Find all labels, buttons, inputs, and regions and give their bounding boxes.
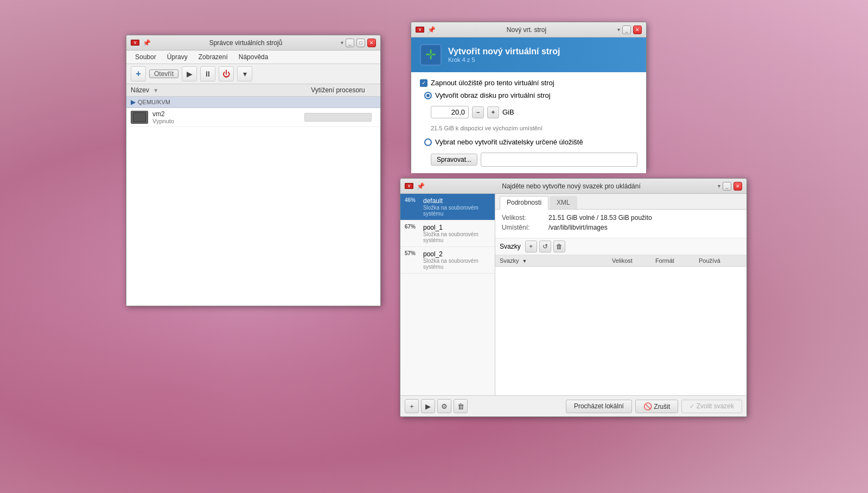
pool-settings-button[interactable]: ⚙ [437, 399, 451, 413]
choose-label: Zvolit svazek [697, 402, 734, 410]
menu-zobrazeni[interactable]: Zobrazení [194, 52, 232, 62]
wizard-title-block: Vytvořit nový virtuální stroj Krok 4 z 5 [448, 47, 560, 63]
unit-label: GiB [502, 108, 514, 116]
wizard-icon: ✛ [420, 44, 442, 66]
wizard-window-title: Nový vrt. stroj [439, 26, 614, 34]
svazky-toolbar: Svazky + ↺ 🗑 [495, 238, 746, 255]
vol-header-used: Používá [699, 257, 742, 264]
disk-size-input[interactable] [431, 106, 469, 118]
storage-options: ✓ Zapnout úložiště pro tento virtuální s… [420, 79, 637, 167]
umisteni-label: Umístění: [502, 224, 545, 231]
pin-icon-wizard: 📌 [427, 26, 436, 34]
delete-pool-button[interactable]: 🗑 [454, 399, 468, 413]
close-button[interactable]: ✕ [367, 39, 376, 47]
vm-list-content: ▶ QEMU/KVM vm2 Vypnuto [126, 97, 380, 306]
vol-header-format: Formát [655, 257, 699, 264]
vol-table-header: Svazky ▼ Velikost Formát Používá [495, 255, 746, 267]
pool2-percent: 57% [405, 250, 420, 256]
toolbar: + Otevřít ▶ ⏸ ⏻ ▾ [126, 64, 380, 84]
pool2-name: pool_2 [423, 250, 490, 258]
play-button[interactable]: ▶ [182, 66, 197, 81]
refresh-volume-button[interactable]: ↺ [539, 241, 551, 252]
maximize-button[interactable]: □ [356, 39, 365, 47]
browse-button[interactable]: Spravovat... [431, 154, 477, 166]
storage-minimize[interactable]: _ [723, 182, 731, 191]
pool1-sub: Složka na souborovém systému [423, 231, 490, 243]
menu-napoveda[interactable]: Nápověda [234, 52, 273, 62]
add-volume-button[interactable]: + [525, 241, 537, 252]
pool-item-default[interactable]: 46% default Složka na souborovém systému [400, 194, 495, 220]
col-name-label: Název ▼ [131, 86, 300, 94]
storage-pool-window: V 📌 Najděte nebo vytvořte nový svazek pr… [400, 178, 747, 417]
arrow-icon: ▾ [617, 27, 620, 33]
wizard-step-info: Krok 4 z 5 [448, 56, 560, 63]
virt-icon-storage: V [405, 183, 413, 189]
vm-row-vm2[interactable]: vm2 Vypnuto [126, 108, 380, 127]
wizard-main-title: Vytvořit nový virtuální stroj [448, 47, 560, 56]
storage-close[interactable]: ✕ [733, 182, 742, 191]
pool-item-pool2[interactable]: 57% pool_2 Složka na souborovém systému [400, 247, 495, 274]
menu-upravy[interactable]: Úpravy [163, 52, 192, 62]
add-pool-button[interactable]: + [405, 399, 419, 413]
cpu-bar-cell [300, 113, 376, 122]
cancel-button[interactable]: 🚫 Zrušit [635, 400, 678, 413]
disk-size-row: − + GiB [431, 106, 637, 118]
storage-path-row: Spravovat... [431, 153, 637, 167]
sort-icon: ▼ [522, 258, 527, 264]
add-vm-button[interactable]: + [131, 66, 146, 81]
umisteni-value: /var/lib/libvirt/images [548, 224, 608, 231]
cancel-label: Zrušit [654, 403, 670, 410]
create-image-row: Vytvořit obraz disku pro virtuální stroj [424, 91, 637, 99]
virt-icon: V [131, 40, 139, 46]
power-button[interactable]: ⏻ [219, 66, 234, 81]
pool-default-sub: Složka na souborovém systému [423, 205, 490, 217]
menu-soubor[interactable]: Soubor [131, 52, 161, 62]
vol-header-svazky[interactable]: Svazky ▼ [500, 257, 612, 264]
wizard-controls: ▾ _ ✕ [617, 26, 642, 34]
wizard-minimize[interactable]: _ [622, 26, 631, 34]
group-name: QEMU/KVM [138, 99, 170, 105]
storage-controls: ▾ _ ✕ [718, 182, 742, 191]
custom-storage-row: Vybrat nebo vytvořit uživatelsky určené … [424, 138, 637, 146]
volumes-table: Svazky ▼ Velikost Formát Používá [495, 255, 746, 395]
details-tabs: Podrobnosti XML [495, 194, 746, 210]
open-label: Otevřít [154, 70, 174, 78]
delete-volume-button[interactable]: 🗑 [553, 241, 565, 252]
col-cpu-label: Vytížení procesoru [300, 86, 376, 94]
open-button[interactable]: Otevřít [149, 69, 178, 78]
custom-storage-radio[interactable] [424, 138, 432, 146]
pool-item-pool1[interactable]: 67% pool_1 Složka na souborovém systému [400, 220, 495, 247]
vm-status: Vypnuto [152, 118, 300, 124]
disk-hint: 21.5 GiB k dispozici ve výchozím umístěn… [431, 125, 637, 131]
create-image-label: Vytvořit obraz disku pro virtuální stroj [435, 91, 551, 99]
choose-volume-button[interactable]: ✓ Zvolit svazek [681, 400, 742, 413]
pool-default-percent: 46% [405, 197, 420, 203]
more-button[interactable]: ▾ [237, 66, 252, 81]
enable-storage-checkbox[interactable]: ✓ [420, 79, 427, 87]
pause-button[interactable]: ⏸ [200, 66, 215, 81]
browse-local-button[interactable]: Procházet lokální [566, 400, 632, 413]
create-image-radio[interactable] [424, 92, 432, 99]
vol-header-velikost: Velikost [612, 257, 655, 264]
pool1-name: pool_1 [423, 224, 490, 231]
path-input[interactable] [481, 153, 637, 167]
pool2-info: pool_2 Složka na souborovém systému [423, 250, 490, 270]
titlebar-arrow-icon: ▾ [341, 40, 343, 46]
virt-icon-wizard: V [416, 27, 424, 33]
minimize-button[interactable]: _ [346, 39, 354, 47]
vm-manager-window: V 📌 Správce virtuálních strojů ▾ _ □ ✕ S… [126, 35, 381, 306]
volumes-empty-area [495, 267, 746, 375]
vm-manager-controls: ▾ _ □ ✕ [341, 39, 376, 47]
vm-name: vm2 [152, 110, 300, 118]
storage-bottom-bar: + ▶ ⚙ 🗑 Procházet lokální 🚫 Zrušit ✓ Zvo… [400, 395, 746, 416]
decrement-button[interactable]: − [472, 106, 484, 118]
increment-button[interactable]: + [487, 106, 499, 118]
tab-podrobnosti[interactable]: Podrobnosti [500, 196, 548, 210]
new-vm-wizard-window: V 📌 Nový vrt. stroj ▾ _ ✕ ✛ Vytvořit nov… [411, 22, 647, 171]
tab-xml[interactable]: XML [550, 196, 577, 209]
start-pool-button[interactable]: ▶ [421, 399, 435, 413]
wizard-close[interactable]: ✕ [633, 26, 642, 34]
velikost-row: Velikost: 21.51 GiB volné / 18.53 GiB po… [502, 214, 740, 222]
name-header-text: Název [131, 86, 149, 94]
storage-arrow-icon: ▾ [718, 183, 720, 189]
